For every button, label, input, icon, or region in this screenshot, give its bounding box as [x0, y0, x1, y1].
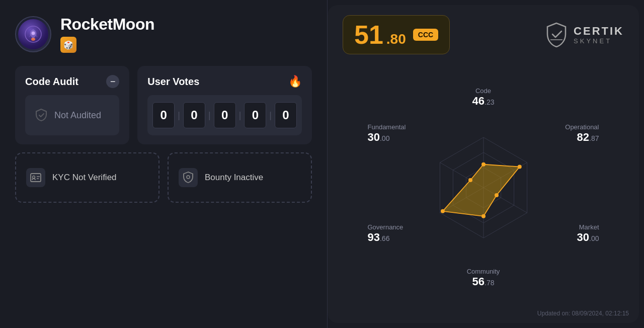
label-market: Market 30.00	[577, 223, 599, 244]
bottom-cards-row: KYC Not Verified Bounty Inactive	[15, 152, 312, 203]
svg-point-1	[32, 31, 35, 35]
radar-dot-fundamental	[468, 178, 472, 182]
radar-dot-market	[494, 193, 498, 197]
rocket-icon	[24, 25, 42, 43]
bounty-icon	[179, 168, 198, 187]
operational-metric-value: 82.87	[577, 131, 599, 143]
top-cards-row: Code Audit − Not Audited User Votes 🔥 0 …	[15, 66, 312, 144]
code-metric-value: 46.23	[472, 95, 495, 107]
kyc-card: KYC Not Verified	[15, 152, 159, 203]
radar-dot-operational	[517, 165, 521, 169]
svg-point-4	[33, 176, 35, 179]
user-votes-header: User Votes 🔥	[147, 75, 302, 88]
radar-dot-governance	[440, 209, 444, 213]
certik-text: CERTIK SKYNET	[574, 26, 624, 44]
certik-logo: CERTIK SKYNET	[545, 22, 624, 47]
project-name: RocketMoon	[60, 15, 154, 34]
vote-digit-0: 0	[152, 102, 175, 128]
vote-sep-3: |	[268, 110, 273, 121]
token-badge: 🎲	[60, 37, 76, 53]
governance-metric-name: Governance	[368, 223, 404, 231]
vote-sep-2: |	[238, 110, 243, 121]
governance-metric-value: 93.66	[368, 231, 390, 243]
label-code: Code 46.23	[472, 87, 495, 108]
fire-icon: 🔥	[288, 75, 302, 88]
certik-shield-icon	[545, 22, 568, 47]
label-fundamental: Fundamental 30.00	[368, 123, 406, 144]
bounty-label: Bounty Inactive	[205, 173, 263, 183]
fundamental-metric-name: Fundamental	[368, 123, 406, 131]
vote-digit-3: 0	[244, 102, 266, 128]
kyc-icon	[26, 168, 45, 187]
radar-dot-code	[481, 162, 486, 166]
user-votes-title: User Votes	[147, 76, 199, 88]
radar-area: Code 46.23 Operational 82.87 Market 30.0…	[343, 59, 624, 315]
score-decimal: .80	[386, 31, 406, 47]
radar-container: Code 46.23 Operational 82.87 Market 30.0…	[368, 87, 599, 288]
not-audited-text: Not Audited	[54, 110, 101, 121]
not-audited-box: Not Audited	[25, 95, 119, 135]
updated-timestamp: Updated on: 08/09/2024, 02:12:15	[537, 310, 629, 317]
header-text: RocketMoon 🎲	[60, 15, 154, 53]
id-card-icon	[30, 173, 41, 182]
code-audit-header: Code Audit −	[25, 75, 119, 88]
label-community: Community 56.78	[467, 268, 500, 288]
minus-button[interactable]: −	[106, 75, 119, 88]
vote-sep-0: |	[177, 110, 181, 121]
vote-digit-2: 0	[214, 102, 236, 128]
kyc-label: KYC Not Verified	[52, 173, 117, 183]
score-box: 51 .80 CCC	[343, 15, 450, 54]
code-metric-name: Code	[472, 87, 495, 95]
svg-point-7	[187, 176, 190, 179]
left-panel: RocketMoon 🎲 Code Audit − Not Audited	[0, 0, 327, 328]
radar-fill	[442, 164, 519, 216]
bounty-card: Bounty Inactive	[168, 152, 312, 203]
score-grade-badge: CCC	[413, 29, 438, 41]
certik-sub: SKYNET	[574, 38, 624, 44]
right-panel: 51 .80 CCC CERTIK SKYNET	[328, 5, 639, 323]
radar-dot-community	[481, 214, 486, 218]
shield-bounty-icon	[183, 172, 194, 184]
code-audit-card: Code Audit − Not Audited	[15, 66, 129, 144]
right-top: 51 .80 CCC CERTIK SKYNET	[343, 15, 624, 54]
score-main: 51	[354, 22, 383, 48]
market-metric-name: Market	[577, 223, 599, 231]
project-logo	[15, 16, 51, 52]
user-votes-card: User Votes 🔥 0 | 0 | 0 | 0 | 0	[137, 66, 312, 144]
operational-metric-name: Operational	[565, 123, 599, 131]
vote-display: 0 | 0 | 0 | 0 | 0	[147, 95, 302, 135]
code-audit-title: Code Audit	[25, 76, 78, 88]
market-metric-value: 30.00	[577, 231, 599, 243]
shield-gray-icon	[34, 108, 48, 122]
community-metric-name: Community	[467, 268, 500, 275]
logo-inner	[18, 19, 48, 49]
fundamental-metric-value: 30.00	[368, 131, 390, 143]
vote-digit-4: 0	[275, 102, 297, 128]
radar-chart	[408, 117, 559, 258]
label-governance: Governance 93.66	[368, 223, 404, 244]
certik-name: CERTIK	[574, 26, 624, 37]
vote-sep-1: |	[207, 110, 212, 121]
label-operational: Operational 82.87	[565, 123, 599, 144]
svg-point-2	[31, 38, 35, 41]
vote-digit-1: 0	[183, 102, 205, 128]
community-metric-value: 56.78	[472, 275, 495, 288]
project-header: RocketMoon 🎲	[15, 15, 312, 53]
